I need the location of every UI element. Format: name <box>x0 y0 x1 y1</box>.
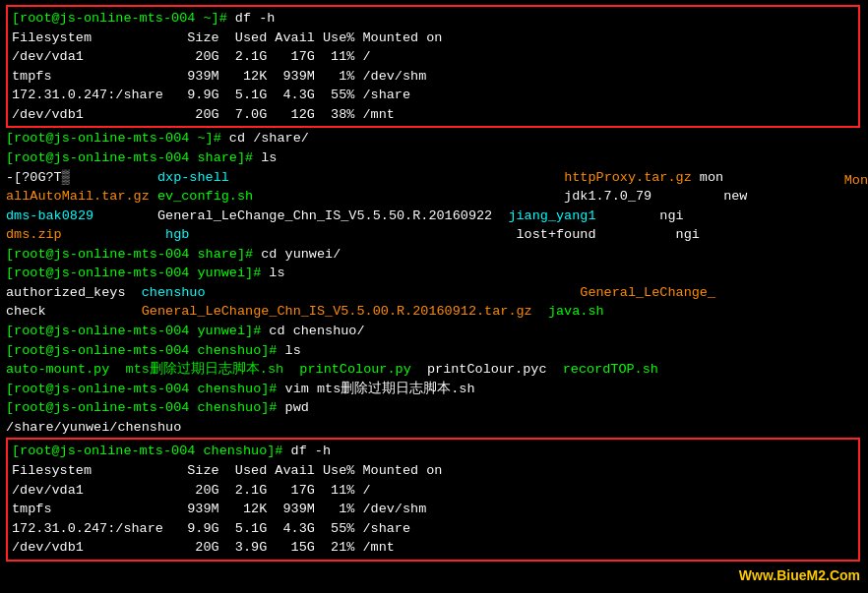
line-ls-yunwei: [root@js-online-mts-004 yunwei]# ls <box>6 264 862 283</box>
df-row4-1: /dev/vdb1 20G 7.0G 12G 38% /mnt <box>12 105 854 125</box>
yunwei-ls-row2: check General_LeChange_Chn_IS_V5.5.00.R.… <box>6 302 862 322</box>
df-row3-1: 172.31.0.247:/share 9.9G 5.1G 4.3G 55% /… <box>12 86 854 105</box>
line-ls-share: [root@js-online-mts-004 share]# ls <box>6 148 862 168</box>
line-pwd: [root@js-online-mts-004 chenshuo]# pwd <box>6 398 862 418</box>
ls-share-row4: dms.zip hgb lost+found ngi <box>6 225 862 245</box>
cmd-1: df -h <box>235 11 276 26</box>
yunwei-ls-row1: authorized_keys chenshuo General_LeChang… <box>6 283 862 303</box>
df-header-2: Filesystem Size Used Avail Use% Mounted … <box>12 461 854 481</box>
prompt-2: [root@js-online-mts-004 chenshuo]# <box>12 444 291 458</box>
pwd-output: /share/yunwei/chenshuo <box>6 418 862 438</box>
terminal: [root@js-online-mts-004 ~]# df -h Filesy… <box>0 0 868 593</box>
ls-share-row1: -[?0G?T▒ dxp-shell httpProxy.tar.gz mon <box>6 168 862 188</box>
line-vim: [root@js-online-mts-004 chenshuo]# vim m… <box>6 380 862 399</box>
df-row3-2: 172.31.0.247:/share 9.9G 5.1G 4.3G 55% /… <box>12 519 854 539</box>
df-header-1: Filesystem Size Used Avail Use% Mounted … <box>12 29 854 48</box>
ls-share-row2: allAutoMail.tar.gz ev_config.sh jdk1.7.0… <box>6 187 862 207</box>
line-prompt-2: [root@js-online-mts-004 chenshuo]# df -h <box>12 442 854 461</box>
mon-label: Mon <box>844 171 868 191</box>
df-output-block-2: [root@js-online-mts-004 chenshuo]# df -h… <box>6 438 860 561</box>
chenshuo-ls: auto-mount.py mts删除过期日志脚本.sh printColour… <box>6 360 862 380</box>
line-ls-chenshuo: [root@js-online-mts-004 chenshuo]# ls <box>6 341 862 361</box>
watermark: Www.BiueM2.Com <box>739 565 860 585</box>
line-prompt-1: [root@js-online-mts-004 ~]# df -h <box>12 9 854 29</box>
df-row1-1: /dev/vda1 20G 2.1G 17G 11% / <box>12 47 854 67</box>
prompt-1: [root@js-online-mts-004 ~]# <box>12 11 235 26</box>
df-output-block-1: [root@js-online-mts-004 ~]# df -h Filesy… <box>6 5 860 128</box>
df-row2-1: tmpfs 939M 12K 939M 1% /dev/shm <box>12 67 854 87</box>
cmd-2: df -h <box>291 444 332 458</box>
df-row2-2: tmpfs 939M 12K 939M 1% /dev/shm <box>12 500 854 519</box>
line-cd-share: [root@js-online-mts-004 ~]# cd /share/ <box>6 129 862 148</box>
df-row4-2: /dev/vdb1 20G 3.9G 15G 21% /mnt <box>12 538 854 558</box>
df-row1-2: /dev/vda1 20G 2.1G 17G 11% / <box>12 481 854 501</box>
ls-share-row3: dms-bak0829 General_LeChange_Chn_IS_V5.5… <box>6 207 862 226</box>
line-cd-chenshuo: [root@js-online-mts-004 yunwei]# cd chen… <box>6 322 862 341</box>
line-cd-yunwei: [root@js-online-mts-004 share]# cd yunwe… <box>6 245 862 265</box>
